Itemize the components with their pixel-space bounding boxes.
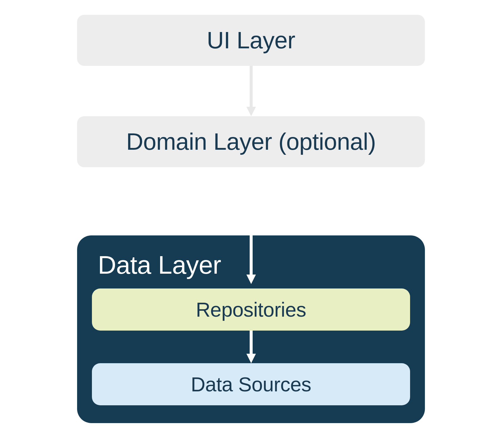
repositories-box: Repositories bbox=[92, 288, 410, 331]
architecture-diagram: UI Layer Domain Layer (optional) Data La… bbox=[77, 15, 425, 423]
repositories-label: Repositories bbox=[196, 298, 306, 321]
arrow-down-icon bbox=[245, 66, 257, 116]
data-sources-label: Data Sources bbox=[191, 373, 311, 396]
svg-marker-3 bbox=[246, 275, 256, 284]
data-layer-container: Data Layer Repositories Data Sources bbox=[77, 235, 425, 423]
ui-layer-label: UI Layer bbox=[207, 27, 295, 54]
domain-layer-label: Domain Layer (optional) bbox=[126, 128, 376, 155]
svg-marker-1 bbox=[246, 107, 256, 116]
data-sources-box: Data Sources bbox=[92, 363, 410, 405]
svg-marker-5 bbox=[246, 354, 256, 363]
domain-layer-box: Domain Layer (optional) bbox=[77, 116, 425, 167]
arrow-down-icon bbox=[92, 331, 410, 363]
ui-layer-box: UI Layer bbox=[77, 15, 425, 66]
arrow-down-icon bbox=[245, 182, 257, 284]
